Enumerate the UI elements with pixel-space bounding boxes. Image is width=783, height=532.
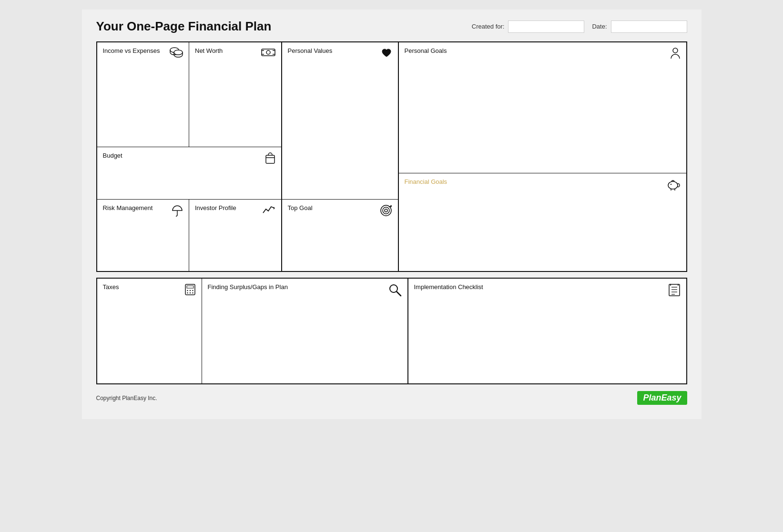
- bag-icon: [265, 152, 275, 167]
- budget-label: Budget: [103, 152, 275, 159]
- piggy-icon: [666, 178, 681, 193]
- taxes-cell: Taxes: [97, 279, 202, 383]
- implementation-checklist-label: Implementation Checklist: [414, 283, 681, 291]
- page-wrapper: Your One-Page Financial Plan Created for…: [82, 10, 702, 419]
- personal-goals-cell: Personal Goals: [399, 42, 686, 173]
- net-worth-cell: Net Worth: [189, 42, 281, 147]
- svg-point-31: [390, 285, 397, 292]
- header: Your One-Page Financial Plan Created for…: [96, 19, 687, 34]
- person-icon: [670, 47, 681, 62]
- svg-rect-8: [266, 155, 275, 163]
- financial-goals-label: Financial Goals: [405, 178, 681, 185]
- page-title: Your One-Page Financial Plan: [96, 19, 272, 34]
- footer: Copyright PlanEasy Inc. PlanEasy: [96, 391, 687, 405]
- date-label: Date:: [592, 23, 607, 30]
- investor-profile-cell: Investor Profile: [189, 200, 281, 271]
- income-vs-expenses-cell: Income vs Expenses: [97, 42, 190, 147]
- svg-point-30: [192, 292, 193, 293]
- top-goal-cell: Top Goal: [282, 200, 398, 271]
- finding-surplus-label: Finding Surplus/Gaps in Plan: [208, 283, 402, 291]
- coins-icon: [170, 47, 183, 60]
- svg-point-17: [673, 48, 678, 53]
- svg-point-3: [266, 50, 270, 54]
- risk-management-cell: Risk Management: [97, 200, 190, 271]
- svg-point-28: [187, 292, 188, 293]
- implementation-checklist-cell: Implementation Checklist: [408, 279, 686, 383]
- left-bottom-row: Risk Management Investor Profile: [97, 200, 281, 271]
- svg-point-27: [192, 290, 193, 291]
- planeasy-logo: PlanEasy: [637, 391, 687, 405]
- svg-rect-24: [187, 286, 193, 288]
- personal-goals-label: Personal Goals: [405, 47, 681, 54]
- created-for-label: Created for:: [472, 23, 505, 30]
- svg-line-32: [397, 292, 401, 296]
- created-for-input[interactable]: [508, 20, 584, 33]
- top-section: Income vs Expenses Net Worth: [96, 41, 687, 272]
- bottom-section: Taxes Finding Surplus/Gaps in Plan: [96, 278, 687, 384]
- svg-point-26: [189, 290, 190, 291]
- svg-line-12: [274, 208, 275, 209]
- finding-surplus-cell: Finding Surplus/Gaps in Plan: [202, 279, 407, 383]
- money-icon: [261, 47, 275, 60]
- top-goal-label: Top Goal: [288, 204, 392, 211]
- heart-icon: [381, 47, 392, 60]
- bottom-right: Implementation Checklist: [408, 278, 687, 384]
- svg-point-1: [174, 50, 183, 55]
- svg-point-25: [187, 290, 188, 291]
- middle-panel: Personal Values Top Goal: [282, 41, 399, 272]
- bottom-left: Taxes Finding Surplus/Gaps in Plan: [96, 278, 408, 384]
- umbrella-icon: [172, 204, 183, 220]
- date-field: Date:: [592, 20, 687, 33]
- calculator-icon: [184, 283, 196, 299]
- svg-point-14: [383, 207, 389, 214]
- header-right: Created for: Date:: [472, 20, 687, 33]
- personal-values-cell: Personal Values: [282, 42, 398, 200]
- svg-point-18: [668, 181, 678, 189]
- date-input[interactable]: [611, 20, 687, 33]
- svg-point-29: [189, 292, 190, 293]
- left-panel: Income vs Expenses Net Worth: [96, 41, 282, 272]
- svg-point-15: [385, 209, 387, 212]
- logo-text: PlanEasy: [643, 393, 681, 402]
- created-for-field: Created for:: [472, 20, 585, 33]
- target-icon: [380, 204, 392, 220]
- svg-rect-2: [262, 49, 275, 56]
- search-icon: [388, 283, 402, 300]
- taxes-label: Taxes: [103, 283, 196, 291]
- financial-goals-cell: Financial Goals: [399, 173, 686, 271]
- chart-icon: [262, 204, 275, 218]
- personal-values-label: Personal Values: [288, 47, 392, 54]
- risk-management-label: Risk Management: [103, 204, 183, 211]
- right-panel: Personal Goals Financial Goals: [399, 41, 687, 272]
- left-top-row: Income vs Expenses Net Worth: [97, 42, 281, 147]
- checklist-icon: [668, 283, 681, 300]
- svg-point-19: [670, 184, 671, 185]
- copyright-text: Copyright PlanEasy Inc.: [96, 395, 157, 402]
- budget-cell: Budget: [97, 147, 281, 200]
